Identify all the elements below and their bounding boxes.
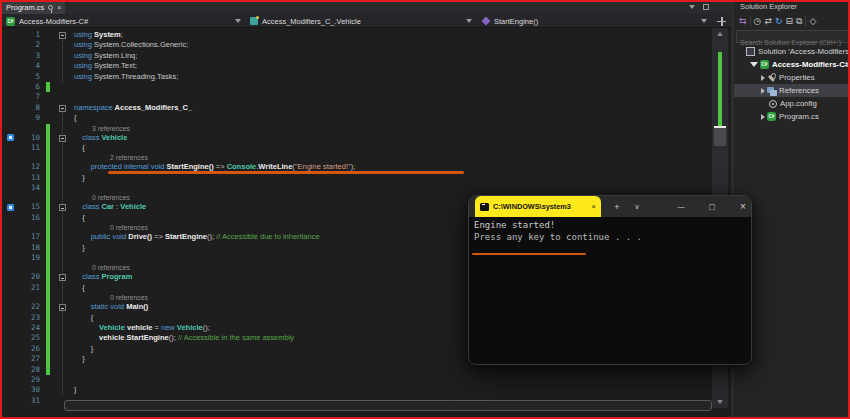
tree-item-app-config[interactable]: App.config <box>734 97 850 110</box>
tree-item-solution-access-modifiers[interactable]: Solution 'Access-Modifiers- <box>734 45 850 58</box>
tree-item-label: Properties <box>779 73 815 82</box>
line-number: 16 <box>2 213 40 223</box>
splitter-move-icon[interactable] <box>717 17 726 26</box>
bookmark-glyph-icon <box>7 134 14 141</box>
line-number: 1 <box>2 30 40 40</box>
line-number: 6 <box>2 82 40 92</box>
member-dropdown-label: StartEngine() <box>494 17 538 26</box>
chevron-down-icon <box>701 19 707 23</box>
cmd-icon <box>480 203 489 211</box>
maximize-button[interactable]: □ <box>702 196 722 217</box>
console-title-bar[interactable]: C:\WINDOWS\system3 × + ∨ — □ × <box>469 196 751 217</box>
bookmark-glyph-icon <box>7 204 14 211</box>
horizontal-scrollbar[interactable] <box>64 400 712 411</box>
codelens-references[interactable]: 0 references <box>92 193 130 202</box>
type-dropdown[interactable]: Access_Modifiers_C_.Vehicle <box>246 14 474 28</box>
line-number: 21 <box>2 283 40 293</box>
codelens-references[interactable]: 0 references <box>110 223 148 232</box>
code-text: class Car : Vehicle <box>74 202 146 212</box>
expander-collapsed-icon[interactable] <box>761 88 765 94</box>
fold-collapse-icon[interactable] <box>59 204 66 211</box>
member-dropdown[interactable]: StartEngine() <box>478 14 712 28</box>
cfg-icon <box>768 99 777 108</box>
project-dropdown[interactable]: C# Access-Modifiers-C# <box>2 14 244 28</box>
console-line: Engine started! <box>474 220 555 231</box>
line-number: 20 <box>2 272 40 282</box>
console-tab[interactable]: C:\WINDOWS\system3 × <box>475 196 601 217</box>
scroll-up-icon[interactable] <box>717 32 723 36</box>
code-text: vehicle.StartEngine(); // Accessible in … <box>74 333 294 343</box>
expander-collapsed-icon[interactable] <box>761 114 765 120</box>
code-line: 5using System.Threading.Tasks; <box>2 72 712 82</box>
line-number: 12 <box>2 162 40 172</box>
switch-views-icon[interactable]: ⇆ <box>739 16 747 26</box>
code-line: 30} <box>2 385 712 395</box>
line-number: 4 <box>2 61 40 71</box>
fold-collapse-icon[interactable] <box>59 304 66 311</box>
tree-item-program-cs[interactable]: C#Program.cs <box>734 110 850 123</box>
code-text: class Program <box>74 272 132 282</box>
scroll-down-icon[interactable] <box>717 400 723 404</box>
fold-collapse-icon[interactable] <box>59 274 66 281</box>
tree-item-properties[interactable]: Properties <box>734 71 850 84</box>
tree-item-label: App.config <box>780 99 817 108</box>
codelens-references[interactable]: 0 references <box>110 293 148 302</box>
close-tab-icon[interactable]: × <box>57 4 61 11</box>
line-number: 17 <box>2 232 40 242</box>
fold-collapse-icon[interactable] <box>59 105 66 112</box>
tree-item-references[interactable]: References <box>734 84 850 97</box>
chevron-down-icon <box>235 19 241 23</box>
close-button[interactable]: × <box>733 196 752 217</box>
show-all-files-icon[interactable]: ⧉ <box>796 16 802 26</box>
code-text: } <box>74 173 85 183</box>
line-number: 25 <box>2 333 40 343</box>
console-tab-close-icon[interactable]: × <box>591 202 596 211</box>
tab-dropdown-button[interactable]: ∨ <box>627 196 647 217</box>
search-box <box>736 30 850 43</box>
collapse-all-icon[interactable]: ⊟ <box>786 16 794 26</box>
fold-collapse-icon[interactable] <box>59 32 66 39</box>
code-text: } <box>74 354 85 364</box>
code-text: using System.Text; <box>74 61 137 71</box>
code-line: 28 <box>2 365 712 375</box>
code-text: { <box>74 283 85 293</box>
tree-item-label: References <box>779 86 819 95</box>
code-text: using System.Linq; <box>74 51 137 61</box>
line-number: 2 <box>2 40 40 50</box>
new-tab-button[interactable]: + <box>607 196 627 217</box>
code-text: } <box>74 385 77 395</box>
fold-collapse-icon[interactable] <box>59 135 66 142</box>
toolbar-separator <box>805 16 806 26</box>
tree-item-access-modifiers-c[interactable]: C#Access-Modifiers-C# <box>734 58 850 71</box>
codelens-references[interactable]: 3 references <box>92 124 130 133</box>
console-window[interactable]: C:\WINDOWS\system3 × + ∨ — □ × Engine st… <box>468 195 752 365</box>
codelens-references[interactable]: 0 references <box>92 263 130 272</box>
type-dropdown-label: Access_Modifiers_C_.Vehicle <box>262 17 361 26</box>
expander-expanded-icon[interactable] <box>750 62 758 67</box>
code-line: 11 { <box>2 143 712 153</box>
change-marks <box>718 52 722 128</box>
line-number: 27 <box>2 354 40 364</box>
pin-icon[interactable] <box>48 5 53 10</box>
code-line: 10 class Vehicle <box>2 133 712 143</box>
sync-with-active-document-icon[interactable]: ⇄ <box>764 16 772 26</box>
cs-icon: C# <box>767 112 776 121</box>
code-text: { <box>74 113 77 123</box>
code-line: 3using System.Linq; <box>2 51 712 61</box>
tab-list-chevron-icon[interactable] <box>689 5 695 9</box>
preview-icon[interactable]: ◇ <box>809 16 816 26</box>
minimize-button[interactable]: — <box>671 196 691 217</box>
refresh-icon[interactable]: ↻ <box>775 16 783 26</box>
method-icon <box>481 16 490 25</box>
scrollbar-thumb[interactable] <box>714 128 726 146</box>
tab-options-icon[interactable] <box>703 4 709 10</box>
panel-title: Solution Explorer <box>740 2 797 11</box>
chevron-down-icon <box>466 19 472 23</box>
line-number: 5 <box>2 72 40 82</box>
codelens-references[interactable]: 2 references <box>110 153 148 162</box>
expander-collapsed-icon[interactable] <box>761 75 765 81</box>
code-line: 6 <box>2 82 712 92</box>
line-number: 23 <box>2 313 40 323</box>
tab-program-cs[interactable]: Program.cs × <box>2 1 65 14</box>
pending-changes-filter-icon[interactable]: ◷ <box>754 16 762 26</box>
